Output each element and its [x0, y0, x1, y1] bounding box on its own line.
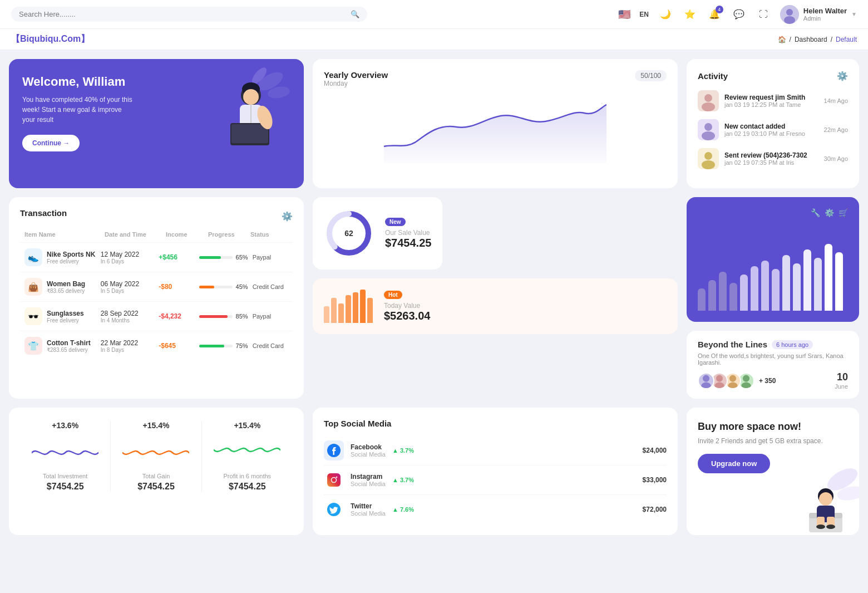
- social-pct-1: ▲ 3.7%: [392, 477, 414, 483]
- mini-stat-val-0: $7454.25: [26, 482, 105, 492]
- item-date-3: 22 Mar 2022: [101, 339, 155, 347]
- activity-card: Activity ⚙️ Review request jim Smith jan…: [687, 59, 859, 188]
- home-icon[interactable]: 🏠: [778, 36, 786, 43]
- svg-point-18: [704, 123, 712, 131]
- col-income: Income: [166, 231, 204, 238]
- activity-sub-0: jan 03 19 12:25 PM at Tame: [724, 101, 818, 108]
- item-status-3: Credit Card: [253, 342, 288, 349]
- bar-chart-icon1[interactable]: 🔧: [811, 208, 820, 217]
- search-input[interactable]: [19, 10, 346, 18]
- col-progress: Progress: [208, 231, 246, 238]
- svg-point-32: [743, 375, 749, 381]
- bar-9: [793, 263, 801, 311]
- item-date-0: 12 May 2022: [101, 251, 155, 258]
- upgrade-button[interactable]: Upgrade now: [698, 454, 770, 473]
- donut-label: 62: [344, 229, 353, 238]
- social-pct-2: ▲ 7.6%: [392, 506, 414, 513]
- svg-point-30: [729, 375, 736, 381]
- svg-point-1: [786, 9, 793, 16]
- sale-value-amount: $7454.25: [385, 237, 431, 249]
- social-name-1: Instagram: [351, 473, 386, 481]
- svg-point-2: [784, 16, 795, 24]
- yearly-overview-title: Yearly Overview: [324, 70, 388, 80]
- bar-3: [729, 283, 737, 311]
- svg-rect-12: [231, 124, 268, 143]
- social-row-2: Twitter Social Media ▲ 7.6% $72,000: [324, 495, 667, 524]
- item-icon-0: 👟: [24, 248, 42, 266]
- social-type-2: Social Media: [351, 510, 386, 517]
- item-income-3: -$645: [159, 342, 194, 350]
- message-icon[interactable]: 💬: [731, 7, 747, 22]
- mini-stat-pct-1: +15.4%: [116, 421, 195, 430]
- beyond-avatar-0: [698, 373, 714, 389]
- breadcrumb-dashboard[interactable]: Dashboard: [795, 36, 827, 43]
- item-income-0: +$456: [159, 253, 194, 261]
- social-title: Top Social Media: [324, 419, 667, 428]
- bar-2: [719, 272, 727, 311]
- star-icon[interactable]: ⭐: [682, 7, 698, 22]
- wave-chart-2: [214, 439, 280, 467]
- beyond-title: Beyond the Lines: [698, 340, 767, 349]
- transaction-settings-icon[interactable]: ⚙️: [282, 211, 293, 222]
- item-name-3: Cotton T-shirt: [47, 339, 91, 347]
- table-row: 👟 Nike Sports NK Free delivery 12 May 20…: [20, 242, 293, 272]
- language-label[interactable]: EN: [639, 11, 649, 18]
- item-sub-0: Free delivery: [47, 258, 95, 264]
- mini-stat-val-1: $7454.25: [116, 482, 195, 492]
- item-income-2: -$4,232: [159, 312, 194, 320]
- item-icon-2: 🕶️: [24, 307, 42, 325]
- expand-icon[interactable]: ⛶: [756, 7, 771, 22]
- activity-time-0: 14m Ago: [824, 97, 848, 104]
- transaction-card: Transaction ⚙️ Item Name Date and Time I…: [9, 197, 304, 399]
- activity-item-0: Review request jim Smith jan 03 19 12:25…: [698, 90, 848, 111]
- progress-cell-1: 45%: [199, 283, 248, 290]
- svg-point-29: [714, 382, 724, 388]
- wave-chart-1: [122, 439, 189, 467]
- notification-icon[interactable]: 🔔 4: [707, 7, 722, 22]
- bar-chart-card: 🔧 ⚙️ 🛒: [687, 197, 859, 322]
- mini-stats-card: +13.6% Total Investment $7454.25 +15.4% …: [9, 408, 304, 535]
- svg-rect-35: [327, 473, 341, 487]
- activity-sub-1: jan 02 19 03:10 PM at Fresno: [724, 130, 818, 137]
- activity-settings-icon[interactable]: ⚙️: [837, 70, 848, 81]
- welcome-card: Welcome, William You have completed 40% …: [9, 59, 304, 188]
- nav-right: 🇺🇸 EN 🌙 ⭐ 🔔 4 💬 ⛶ Helen Walter Admin ▼: [618, 5, 857, 24]
- theme-toggle-icon[interactable]: 🌙: [658, 7, 673, 22]
- social-amt-0: $24,000: [643, 447, 667, 454]
- item-sub-1: ₹83.65 delivery: [47, 288, 85, 294]
- svg-point-27: [701, 382, 711, 388]
- space-illustration: [776, 463, 859, 535]
- user-area[interactable]: Helen Walter Admin ▼: [780, 5, 857, 24]
- twitter-icon: [324, 499, 344, 520]
- bar-chart-icon3[interactable]: 🛒: [839, 208, 848, 217]
- item-date-sub-1: In 5 Days: [101, 288, 155, 294]
- today-value-chart: [324, 290, 373, 323]
- sale-value-label: Our Sale Value: [385, 229, 431, 237]
- bar-chart-area: [698, 222, 848, 311]
- beyond-event-month: June: [835, 383, 848, 390]
- mini-stat-label-1: Total Gain: [116, 473, 195, 479]
- item-status-0: Paypal: [253, 254, 288, 261]
- topnav: 🔍 🇺🇸 EN 🌙 ⭐ 🔔 4 💬 ⛶ Helen Walter Admin: [0, 0, 868, 29]
- bar-6: [761, 261, 769, 311]
- mini-stat-2: +15.4% Profit in 6 months $7454.25: [202, 421, 293, 492]
- item-name-0: Nike Sports NK: [47, 251, 95, 258]
- activity-time-1: 22m Ago: [824, 126, 848, 133]
- item-date-sub-0: In 6 Days: [101, 258, 155, 264]
- activity-time-2: 30m Ago: [824, 155, 848, 162]
- item-status-1: Credit Card: [253, 283, 288, 290]
- bar-13: [835, 252, 843, 311]
- activity-avatar-2: [698, 148, 719, 169]
- table-row: 🕶️ Sunglasses Free delivery 28 Sep 2022 …: [20, 301, 293, 331]
- bar-chart-icon2[interactable]: ⚙️: [825, 208, 834, 217]
- svg-point-16: [702, 102, 715, 111]
- buy-space-card: Buy more space now! Invite 2 Friends and…: [687, 408, 859, 535]
- breadcrumb-bar: 【Biqubiqu.Com】 🏠 / Dashboard / Default: [0, 29, 868, 50]
- item-icon-3: 👕: [24, 337, 42, 355]
- continue-button[interactable]: Continue →: [22, 135, 80, 151]
- bar-4: [740, 275, 748, 311]
- search-box[interactable]: 🔍: [11, 7, 367, 22]
- item-sub-2: Free delivery: [47, 317, 84, 324]
- bar-0: [698, 288, 706, 311]
- beyond-plus-count: + 350: [759, 377, 776, 385]
